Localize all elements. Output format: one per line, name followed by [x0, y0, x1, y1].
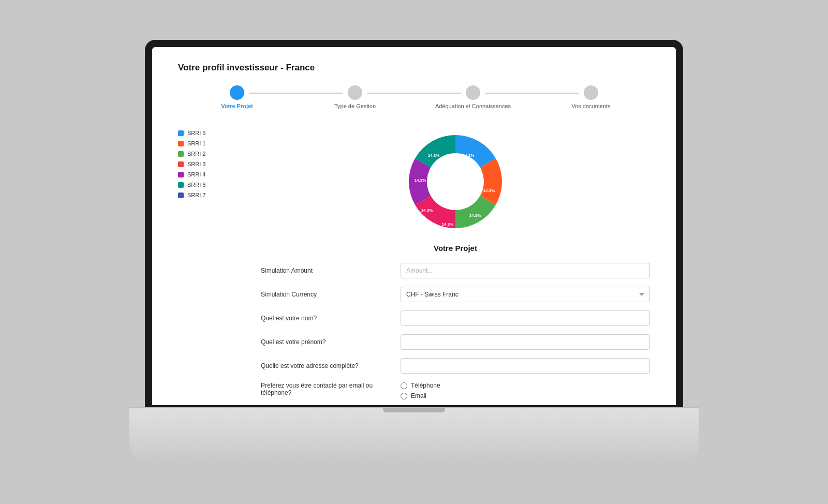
step-documents[interactable]: Vos documents — [532, 85, 650, 109]
step-circle-4 — [584, 85, 598, 100]
legend-dot-srri3 — [178, 161, 184, 167]
legend-srri6: SRRI 6 — [178, 182, 245, 188]
svg-text:14.3%: 14.3% — [469, 213, 481, 218]
form-row-adresse: Quelle est votre adresse complète? — [261, 358, 650, 374]
legend-srri3: SRRI 3 — [178, 161, 245, 167]
form-section: Simulation Amount Simulation Currency CH… — [261, 263, 650, 405]
chart-legend: SRRI 5 SRRI 1 SRRI 2 SRRI 3 — [178, 125, 245, 405]
step-label-4: Vos documents — [571, 103, 610, 109]
form-label-adresse: Quelle est votre adresse complète? — [261, 362, 390, 369]
radio-email[interactable] — [401, 393, 407, 399]
legend-srri2: SRRI 2 — [178, 151, 245, 157]
main-content: SRRI 5 SRRI 1 SRRI 2 SRRI 3 — [178, 125, 650, 405]
legend-label-srri1: SRRI 1 — [187, 140, 205, 146]
svg-text:14.3%: 14.3% — [463, 153, 475, 158]
legend-dot-srri5 — [178, 130, 184, 136]
simulation-amount-input[interactable] — [401, 263, 650, 278]
step-circle-1 — [230, 85, 244, 100]
svg-text:14.3%: 14.3% — [428, 153, 440, 158]
contact-telephone[interactable]: Téléphone — [401, 382, 650, 389]
step-circle-2 — [348, 85, 362, 100]
form-label-amount: Simulation Amount — [261, 267, 390, 274]
step-type-gestion[interactable]: Type de Gestion — [296, 85, 414, 109]
legend-srri1: SRRI 1 — [178, 140, 245, 146]
svg-text:14.3%: 14.3% — [421, 208, 433, 213]
legend-srri4: SRRI 4 — [178, 171, 245, 177]
legend-label-srri7: SRRI 7 — [187, 192, 205, 198]
form-label-currency: Simulation Currency — [261, 291, 390, 298]
legend-dot-srri4 — [178, 172, 184, 177]
svg-point-0 — [427, 153, 484, 210]
form-row-amount: Simulation Amount — [261, 263, 650, 278]
form-row-contact: Préférez vous être contacté par email ou… — [261, 382, 650, 399]
contact-email[interactable]: Email — [401, 392, 650, 399]
svg-text:14.3%: 14.3% — [442, 222, 454, 227]
legend-label-srri5: SRRI 5 — [187, 130, 205, 136]
legend-dot-srri6 — [178, 182, 184, 188]
legend-dot-srri7 — [178, 192, 184, 198]
step-label-3: Adéquation et Connaissances — [435, 103, 511, 109]
legend-label-srri6: SRRI 6 — [187, 182, 205, 188]
svg-text:14.3%: 14.3% — [415, 178, 426, 183]
steps-bar: Votre Projet Type de Gestion Adéquation … — [178, 85, 650, 109]
radio-telephone[interactable] — [401, 382, 407, 389]
legend-srri5: SRRI 5 — [178, 130, 245, 136]
prenom-input[interactable] — [401, 334, 650, 350]
legend-srri7: SRRI 7 — [178, 192, 245, 198]
simulation-currency-select[interactable]: CHF - Swiss Franc EUR - Euro USD - US Do… — [401, 287, 650, 302]
form-label-prenom: Quel est votre prénom? — [261, 338, 390, 346]
form-row-prenom: Quel est votre prénom? — [261, 334, 650, 350]
page-title: Votre profil investisseur - France — [178, 63, 650, 73]
legend-label-srri2: SRRI 2 — [187, 151, 205, 157]
step-label-1: Votre Projet — [221, 103, 253, 109]
radio-telephone-label: Téléphone — [411, 382, 440, 389]
nom-input[interactable] — [401, 310, 650, 326]
step-adequation[interactable]: Adéquation et Connaissances — [414, 85, 532, 109]
form-row-currency: Simulation Currency CHF - Swiss Franc EU… — [261, 287, 650, 302]
step-circle-3 — [466, 85, 480, 100]
step-label-2: Type de Gestion — [334, 103, 376, 109]
step-votre-projet[interactable]: Votre Projet — [178, 85, 296, 109]
adresse-input[interactable] — [401, 358, 650, 374]
contact-radio-group: Téléphone Email — [401, 382, 650, 399]
radio-email-label: Email — [411, 392, 426, 399]
legend-label-srri4: SRRI 4 — [187, 171, 205, 177]
laptop-body — [129, 407, 699, 464]
svg-text:14.3%: 14.3% — [483, 188, 495, 193]
legend-label-srri3: SRRI 3 — [187, 161, 205, 167]
form-label-nom: Quel est votre nom? — [261, 315, 390, 322]
donut-chart: 14.3% 14.3% 14.3% 14.3% 14.3% 14.3% 14.3… — [398, 125, 512, 239]
legend-dot-srri2 — [178, 151, 184, 157]
form-row-nom: Quel est votre nom? — [261, 310, 650, 326]
legend-dot-srri1 — [178, 141, 184, 146]
form-label-contact: Préférez vous être contacté par email ou… — [261, 382, 390, 396]
chart-title: Votre Projet — [434, 244, 477, 253]
